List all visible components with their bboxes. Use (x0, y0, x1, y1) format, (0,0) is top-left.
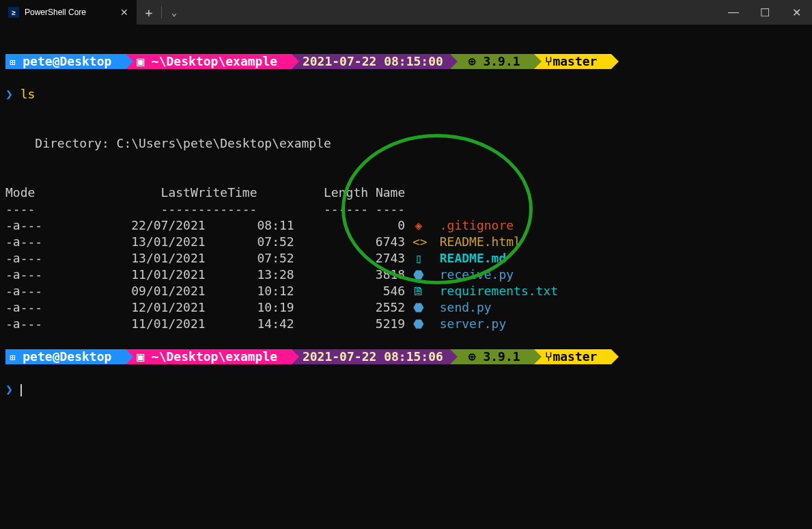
table-header: Mode LastWriteTime Length Name (5, 185, 405, 200)
file-type-icon: ⬣ (412, 316, 425, 332)
command-text: ls (20, 87, 36, 101)
cursor (20, 384, 22, 396)
prompt-path: ~\Desktop\example (152, 349, 277, 364)
file-name: README.html (440, 234, 521, 249)
prompt-user: pete@Desktop (23, 54, 111, 68)
prompt-user: pete@Desktop (23, 349, 111, 364)
powerline-prompt-1: ⊞ pete@Desktop ▣ ~\Desktop\example 2021-… (5, 53, 807, 70)
file-name: README.md (440, 251, 507, 265)
table-row: -a--- 13/01/2021 07:52 6743 <> README.ht… (5, 234, 807, 250)
file-name: requirements.txt (440, 284, 558, 298)
prompt-python: 3.9.1 (483, 349, 520, 364)
table-row: -a--- 09/01/2021 10:12 546 🗎 requirement… (5, 283, 807, 299)
file-name: send.py (440, 300, 492, 314)
powershell-icon: ≥ (8, 7, 19, 18)
close-window-button[interactable]: ✕ (781, 0, 812, 25)
table-row: -a--- 11/01/2021 14:42 5219 ⬣ server.py (5, 316, 807, 332)
branch-icon: ⑂ (545, 349, 552, 364)
prompt-path: ~\Desktop\example (152, 54, 277, 68)
titlebar: ≥ PowerShell Core ✕ + ⌄ — ☐ ✕ (0, 0, 812, 25)
table-row: -a--- 13/01/2021 07:52 2743 ▯ README.md (5, 250, 807, 267)
table-header-divider: ---- ------------- ------ ---- (5, 202, 405, 216)
folder-icon: ▣ (137, 349, 144, 364)
powerline-prompt-2: ⊞ pete@Desktop ▣ ~\Desktop\example 2021-… (5, 349, 807, 365)
maximize-button[interactable]: ☐ (749, 0, 781, 25)
table-row: -a--- 11/01/2021 13:28 3818 ⬣ receive.py (5, 267, 807, 283)
file-name: .gitignore (440, 218, 514, 232)
new-tab-button[interactable]: + (137, 0, 161, 25)
prompt-git-branch: master (552, 54, 597, 68)
tab-powershell[interactable]: ≥ PowerShell Core ✕ (0, 0, 137, 25)
directory-header: Directory: C:\Users\pete\Desktop\example (5, 136, 331, 150)
minimize-button[interactable]: — (718, 0, 749, 25)
python-icon: ⊕ (468, 349, 476, 364)
file-type-icon: ⬣ (412, 267, 425, 283)
window-controls: — ☐ ✕ (718, 0, 812, 25)
file-name: receive.py (440, 267, 514, 282)
close-tab-icon[interactable]: ✕ (119, 7, 130, 18)
prompt-time: 2021-07-22 08:15:00 (303, 53, 443, 70)
windows-icon: ⊞ (10, 57, 15, 68)
folder-icon: ▣ (137, 54, 144, 68)
prompt-chevron-icon: ❯ (5, 382, 13, 396)
python-icon: ⊕ (468, 54, 476, 68)
prompt-chevron-icon: ❯ (5, 87, 13, 101)
tab-title: PowerShell Core (25, 8, 113, 17)
file-type-icon: <> (412, 234, 425, 250)
file-type-icon: ◈ (412, 217, 425, 234)
file-type-icon: ⬣ (412, 299, 425, 316)
prompt-git-branch: master (552, 349, 597, 364)
prompt-time: 2021-07-22 08:15:06 (303, 349, 443, 365)
file-type-icon: 🗎 (412, 283, 425, 299)
prompt-python: 3.9.1 (483, 54, 520, 68)
windows-icon: ⊞ (10, 352, 15, 363)
terminal-output[interactable]: ⊞ pete@Desktop ▣ ~\Desktop\example 2021-… (0, 25, 812, 436)
table-row: -a--- 12/01/2021 10:19 2552 ⬣ send.py (5, 299, 807, 316)
file-type-icon: ▯ (412, 250, 425, 267)
tab-dropdown-button[interactable]: ⌄ (162, 0, 186, 25)
table-row: -a--- 22/07/2021 08:11 0 ◈ .gitignore (5, 217, 807, 234)
file-name: server.py (440, 316, 507, 331)
branch-icon: ⑂ (545, 54, 552, 68)
